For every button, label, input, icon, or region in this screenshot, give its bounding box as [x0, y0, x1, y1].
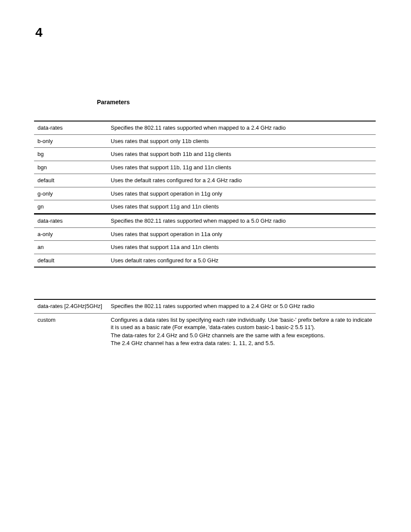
- param-term: gn: [34, 200, 107, 214]
- parameters-table-custom: data-rates [2.4GHz|5GHz] Specifies the 8…: [34, 299, 376, 350]
- param-term: b-only: [34, 134, 107, 148]
- parameters-table-24ghz: data-rates Specifies the 802.11 rates su…: [34, 121, 376, 214]
- table-row: default Uses the default rates configure…: [34, 174, 376, 187]
- table-row: an Uses rates that support 11a and 11n c…: [34, 241, 376, 254]
- param-desc: Uses rates that support operation in 11a…: [107, 227, 376, 241]
- param-term: an: [34, 241, 107, 254]
- param-desc: Specifies the 802.11 rates supported whe…: [107, 121, 376, 134]
- param-desc: Specifies the 802.11 rates supported whe…: [107, 214, 376, 227]
- param-term: data-rates: [34, 121, 107, 134]
- section-heading-parameters: Parameters: [97, 99, 130, 106]
- param-desc: Uses rates that support only 11b clients: [107, 134, 376, 148]
- param-desc: Specifies the 802.11 rates supported whe…: [107, 299, 376, 313]
- table-row: a-only Uses rates that support operation…: [34, 227, 376, 241]
- table-row: bg Uses rates that support both 11b and …: [34, 148, 376, 161]
- param-term: default: [34, 254, 107, 267]
- parameters-table-5ghz: data-rates Specifies the 802.11 rates su…: [34, 214, 376, 268]
- param-term: data-rates [2.4GHz|5GHz]: [34, 299, 107, 313]
- param-desc: Uses rates that support 11b, 11g and 11n…: [107, 161, 376, 174]
- param-desc: Uses rates that support operation in 11g…: [107, 187, 376, 200]
- param-desc: Configures a data rates list by specifyi…: [107, 313, 376, 350]
- table-row: g-only Uses rates that support operation…: [34, 187, 376, 200]
- param-term: bg: [34, 148, 107, 161]
- param-term: data-rates: [34, 214, 107, 227]
- table-row: b-only Uses rates that support only 11b …: [34, 134, 376, 148]
- param-desc-line: Specifies the 802.11 rates supported whe…: [111, 302, 376, 310]
- param-desc-line: The data-rates for 2.4 GHz and 5.0 GHz c…: [111, 332, 376, 339]
- page-number: 4: [35, 25, 43, 40]
- param-desc: Uses the default rates configured for a …: [107, 174, 376, 187]
- param-desc-line: Configures a data rates list by specifyi…: [111, 316, 376, 331]
- param-term: default: [34, 174, 107, 187]
- table-row: data-rates Specifies the 802.11 rates su…: [34, 214, 376, 227]
- param-term: bgn: [34, 161, 107, 174]
- table-row: custom Configures a data rates list by s…: [34, 313, 376, 350]
- param-desc: Uses default rates configured for a 5.0 …: [107, 254, 376, 267]
- param-desc: Uses rates that support 11a and 11n clie…: [107, 241, 376, 254]
- param-term: custom: [34, 313, 107, 350]
- param-desc-line: The 2.4 GHz channel has a few extra data…: [111, 339, 376, 347]
- param-term: a-only: [34, 227, 107, 241]
- param-desc: Uses rates that support both 11b and 11g…: [107, 148, 376, 161]
- table-row: data-rates Specifies the 802.11 rates su…: [34, 121, 376, 134]
- table-row: data-rates [2.4GHz|5GHz] Specifies the 8…: [34, 299, 376, 313]
- table-row: default Uses default rates configured fo…: [34, 254, 376, 267]
- table-row: bgn Uses rates that support 11b, 11g and…: [34, 161, 376, 174]
- param-term: g-only: [34, 187, 107, 200]
- param-desc: Uses rates that support 11g and 11n clie…: [107, 200, 376, 214]
- table-row: gn Uses rates that support 11g and 11n c…: [34, 200, 376, 214]
